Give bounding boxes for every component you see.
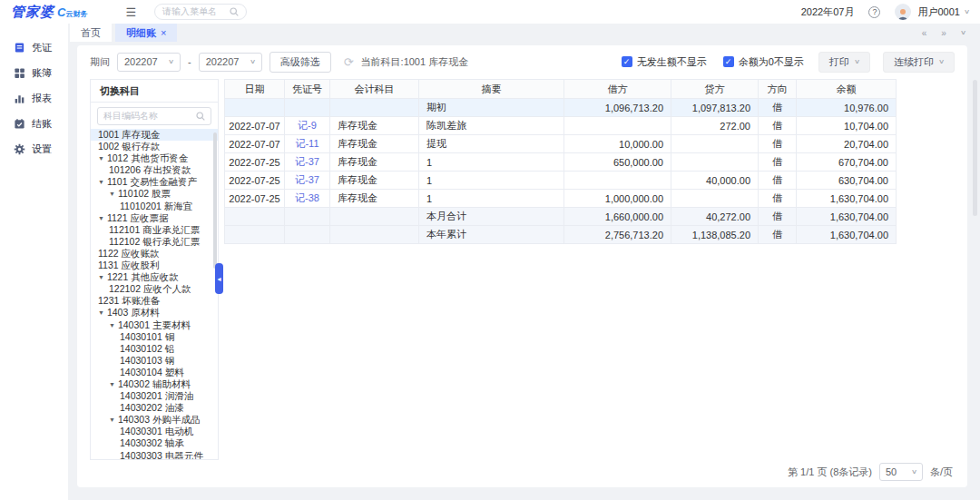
tree-item[interactable]: 14030102 铝: [91, 343, 218, 355]
table-cell: 提现: [419, 135, 564, 153]
app-logo: 管家婆 C 云财务: [11, 4, 87, 21]
voucher-link[interactable]: 记-38: [295, 192, 319, 203]
tree-item[interactable]: 1122 应收账款: [91, 248, 218, 260]
tree-item[interactable]: 14030302 轴承: [91, 437, 218, 449]
tree-item-label: 140303 外购半成品: [118, 414, 200, 426]
tree-item[interactable]: 1231 坏账准备: [91, 295, 218, 307]
tree-item[interactable]: 1131 应收股利: [91, 260, 218, 271]
tree-item[interactable]: ▼140302 辅助材料: [91, 378, 218, 390]
table-cell: 272.00: [671, 117, 759, 135]
table-cell: 1,660,000.00: [564, 208, 671, 226]
tabs-scroll-left-icon[interactable]: «: [922, 28, 927, 38]
tree-item[interactable]: 1002 银行存款: [91, 141, 218, 152]
tree-item[interactable]: 122102 应收个人款: [91, 283, 218, 295]
sidebar-item-ledger[interactable]: 账簿: [0, 60, 68, 85]
page-size-select[interactable]: 50 ∨: [879, 463, 923, 481]
tree-expand-icon[interactable]: ▼: [109, 319, 115, 331]
subject-search-placeholder: 科目编码名称: [103, 110, 158, 123]
tree-item[interactable]: 14030103 钢: [91, 355, 218, 367]
tree-item[interactable]: ▼1101 交易性金融资产: [91, 176, 218, 188]
continuous-print-button[interactable]: 连续打印 ∨: [883, 52, 955, 73]
user-menu[interactable]: 用户0001 ∨: [917, 5, 969, 19]
period-from-select[interactable]: 202207 ∨: [117, 53, 181, 72]
sidebar-item-settings[interactable]: 设置: [0, 136, 68, 162]
tree-expand-icon[interactable]: ▼: [109, 378, 115, 390]
tree-item[interactable]: 14030201 润滑油: [91, 390, 218, 402]
subject-search-input[interactable]: 科目编码名称: [97, 107, 211, 125]
tree-expand-icon[interactable]: ▼: [98, 271, 104, 283]
user-avatar-icon: [897, 8, 909, 20]
tree-item[interactable]: ▼1403 原材料: [91, 307, 218, 319]
no-zero-balance-checkbox[interactable]: ✓ 余额为0不显示: [723, 55, 804, 69]
column-header: 摘要: [419, 80, 564, 99]
tree-item[interactable]: 11010201 新海宜: [91, 201, 218, 212]
tree-expand-icon[interactable]: ▼: [98, 152, 104, 164]
table-cell: 借: [759, 190, 797, 208]
tree-expand-icon[interactable]: ▼: [109, 188, 115, 200]
voucher-link[interactable]: 记-9: [298, 120, 317, 131]
tree-item[interactable]: 14030104 塑料: [91, 367, 218, 378]
table-cell: 本年累计: [419, 226, 564, 244]
tree-item[interactable]: 14030303 电器元件: [91, 450, 218, 459]
table-cell: 借: [759, 226, 797, 244]
tree-item[interactable]: 1001 库存现金: [91, 129, 218, 141]
tree-scrollbar[interactable]: [213, 132, 217, 269]
voucher-link[interactable]: 记-11: [295, 138, 318, 149]
avatar[interactable]: [895, 4, 911, 20]
tabs-scroll-right-icon[interactable]: »: [941, 28, 946, 38]
username: 用户0001: [917, 5, 959, 19]
menu-search-placeholder: 请输入菜单名: [162, 5, 217, 18]
tree-item-label: 14030202 油漆: [120, 402, 184, 414]
voucher-link[interactable]: 记-37: [295, 174, 319, 185]
tab-detail-ledger[interactable]: 明细账 ×: [115, 24, 177, 42]
ledger-body: 切换科目 科目编码名称 1001 库存现金1002 银行存款▼1012 其他货币…: [90, 79, 955, 460]
chevron-down-icon: ∨: [168, 58, 174, 65]
menu-toggle-icon[interactable]: ☰: [125, 5, 136, 19]
tree-item[interactable]: ▼1121 应收票据: [91, 212, 218, 224]
tab-home[interactable]: 首页: [70, 24, 112, 42]
table-cell: 借: [759, 153, 797, 172]
advanced-filter-button[interactable]: 高级筛选: [270, 52, 331, 73]
tree-item[interactable]: 112102 银行承兑汇票: [91, 236, 218, 248]
table-row: 2022-07-25记-37库存现金140,000.00借630,704.00: [225, 172, 897, 190]
period-to-select[interactable]: 202207 ∨: [199, 53, 262, 72]
checkbox-checked-icon: ✓: [723, 56, 734, 67]
tree-expand-icon[interactable]: ▼: [109, 414, 115, 426]
tree-item[interactable]: 14030101 铜: [91, 331, 218, 343]
table-cell: [285, 208, 330, 226]
voucher-link[interactable]: 记-37: [295, 156, 319, 167]
tree-item[interactable]: 112101 商业承兑汇票: [91, 224, 218, 236]
refresh-icon[interactable]: ⟳: [344, 55, 354, 69]
sidebar-item-reports[interactable]: 报表: [0, 85, 68, 111]
tree-expand-icon[interactable]: ▼: [98, 307, 104, 319]
close-icon[interactable]: ×: [161, 27, 166, 38]
tree-item[interactable]: ▼1221 其他应收款: [91, 271, 218, 283]
tree-item[interactable]: ▼1012 其他货币资金: [91, 152, 218, 164]
table-cell: 40,272.00: [671, 208, 759, 226]
tree-item[interactable]: ▼140303 外购半成品: [91, 414, 218, 426]
tree-item[interactable]: 14030202 油漆: [91, 402, 218, 414]
tree-item-label: 140301 主要材料: [118, 319, 191, 331]
table-cell: [225, 208, 285, 226]
tree-item-label: 14030301 电动机: [120, 426, 193, 437]
tree-item[interactable]: ▼140301 主要材料: [91, 319, 218, 331]
no-activity-checkbox[interactable]: ✓ 无发生额不显示: [622, 55, 707, 69]
sidebar-item-voucher[interactable]: 凭证: [0, 34, 68, 60]
tree-item[interactable]: 101206 存出投资款: [91, 164, 218, 176]
period-label: 期间: [90, 55, 110, 69]
panel-collapse-handle[interactable]: ◂: [215, 263, 223, 294]
tab-label: 明细账: [126, 26, 156, 40]
tree-item[interactable]: ▼110102 股票: [91, 188, 218, 200]
sidebar-item-closing[interactable]: 结账: [0, 111, 68, 136]
print-button[interactable]: 打印 ∨: [818, 52, 870, 73]
filter-bar: 期间 202207 ∨ - 202207 ∨ 高级筛选 ⟳ 当前科目:1001 …: [77, 45, 967, 78]
help-icon[interactable]: ?: [868, 6, 880, 18]
tree-expand-icon[interactable]: ▼: [98, 176, 104, 188]
window-scrollbar[interactable]: [973, 80, 977, 216]
current-subject-text: 当前科目:1001 库存现金: [361, 55, 469, 69]
tree-expand-icon[interactable]: ▼: [98, 212, 104, 224]
menu-search-input[interactable]: 请输入菜单名: [154, 4, 247, 20]
tree-item[interactable]: 14030301 电动机: [91, 426, 218, 437]
tabs-menu-icon[interactable]: ∨: [960, 29, 966, 36]
table-cell: 借: [759, 172, 797, 190]
